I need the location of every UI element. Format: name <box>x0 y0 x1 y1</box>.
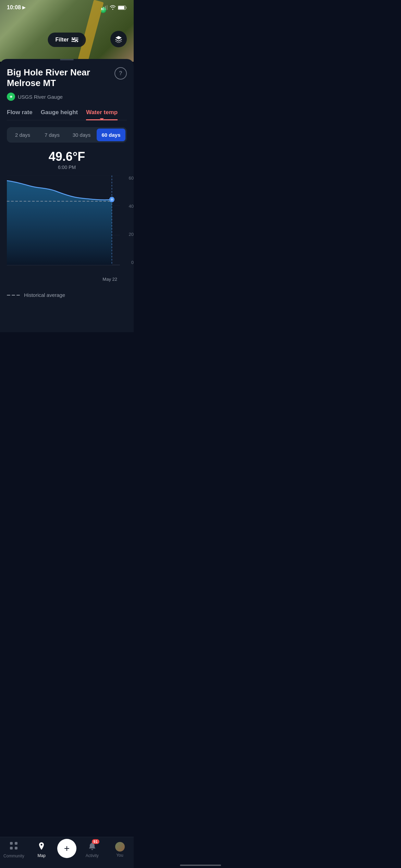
station-badge: ★ USGS River Gauge <box>7 93 127 101</box>
svg-rect-6 <box>126 7 127 9</box>
dash-seg-3 <box>16 295 20 296</box>
y-label-40: 40 <box>129 204 134 209</box>
time-display: 10:08 <box>7 4 21 11</box>
wifi-icon <box>110 5 116 10</box>
legend-label: Historical average <box>24 292 65 298</box>
dash-seg-1 <box>7 295 10 296</box>
time-btn-30days[interactable]: 30 days <box>67 129 96 141</box>
filter-label: Filter <box>55 37 69 43</box>
y-label-20: 20 <box>129 232 134 237</box>
tab-flow-rate[interactable]: Flow rate <box>7 109 33 120</box>
reading-time: 6:00 PM <box>7 165 127 170</box>
status-icons <box>101 5 127 10</box>
status-time: 10:08 ▶ <box>7 4 25 11</box>
svg-point-11 <box>75 40 77 42</box>
time-btn-2days[interactable]: 2 days <box>8 129 37 141</box>
help-icon: ? <box>119 70 122 76</box>
time-btn-7days[interactable]: 7 days <box>38 129 66 141</box>
y-label-0: 0 <box>129 260 134 265</box>
star-icon: ★ <box>9 94 13 99</box>
dash-seg-2 <box>12 295 15 296</box>
filter-icon <box>72 37 78 42</box>
layers-button[interactable] <box>110 31 127 47</box>
tab-water-temp[interactable]: Water temp <box>86 109 118 120</box>
badge-label: USGS River Gauge <box>18 94 63 100</box>
svg-rect-1 <box>103 7 104 10</box>
svg-rect-0 <box>101 8 102 10</box>
temperature-chart <box>7 176 120 275</box>
station-header: Big Hole River Near Melrose MT ? <box>7 67 127 88</box>
x-label-may22: May 22 <box>102 277 117 282</box>
y-axis: 60 40 20 0 <box>129 176 134 265</box>
svg-rect-5 <box>118 6 124 9</box>
battery-icon <box>118 5 127 10</box>
time-range-selector: 2 days 7 days 30 days 60 days <box>7 127 127 143</box>
usgs-icon: ★ <box>7 93 15 101</box>
bottom-sheet: Big Hole River Near Melrose MT ? ★ USGS … <box>0 59 134 332</box>
location-icon: ▶ <box>22 5 25 10</box>
time-btn-60days[interactable]: 60 days <box>97 129 125 141</box>
svg-rect-2 <box>105 6 106 10</box>
reading-value: 49.6°F <box>7 149 127 164</box>
tab-gauge-height[interactable]: Gauge height <box>41 109 78 120</box>
current-reading: 49.6°F 6:00 PM <box>7 149 127 170</box>
status-bar: 10:08 ▶ <box>0 0 134 15</box>
help-button[interactable]: ? <box>114 67 127 80</box>
legend-dash-indicator <box>7 295 20 296</box>
filter-button[interactable]: Filter <box>48 33 86 47</box>
layers-icon <box>115 35 122 43</box>
signal-icon <box>101 5 108 10</box>
x-axis: May 22 <box>102 277 120 282</box>
svg-rect-3 <box>107 5 108 10</box>
data-tabs: Flow rate Gauge height Water temp <box>7 109 127 120</box>
chart-legend: Historical average <box>0 285 134 298</box>
y-label-60: 60 <box>129 176 134 181</box>
sheet-content: Big Hole River Near Melrose MT ? ★ USGS … <box>0 60 134 170</box>
chart-wrapper: 60 40 20 0 May 22 <box>0 176 134 285</box>
station-title: Big Hole River Near Melrose MT <box>7 67 110 88</box>
svg-point-10 <box>73 37 75 39</box>
svg-point-19 <box>111 198 113 201</box>
